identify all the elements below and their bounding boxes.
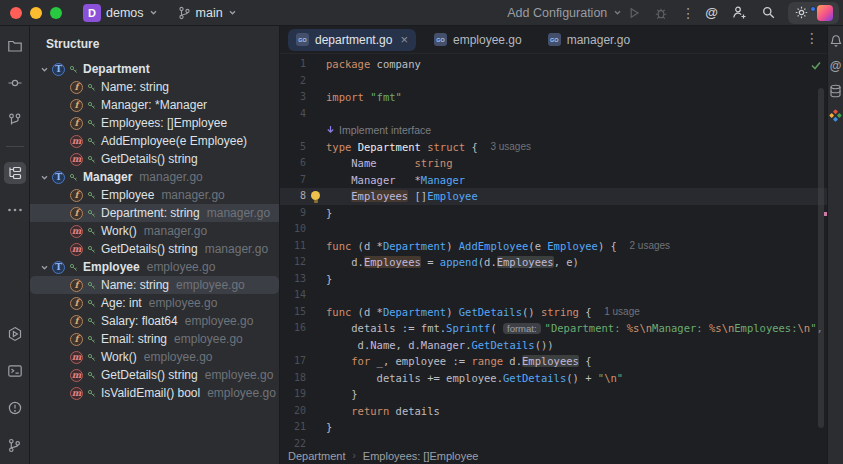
avatar[interactable] [817,5,833,21]
zoom-window-button[interactable] [50,7,62,19]
structure-item[interactable]: fDepartment: stringmanager.go [30,204,279,222]
breadcrumb-item[interactable]: Employees: []Employee [363,450,479,462]
file-suffix: manager.go [144,224,207,238]
project-name: demos [106,6,144,20]
project-selector[interactable]: D demos [78,2,163,24]
structure-item[interactable]: fName: stringemployee.go [30,276,279,294]
structure-tool-button[interactable] [4,162,26,184]
structure-item[interactable]: mWork()manager.go [30,222,279,240]
file-suffix: employee.go [207,386,276,400]
add-user-icon[interactable] [732,5,747,20]
structure-item[interactable]: fSalary: float64employee.go [30,312,279,330]
usages-hint[interactable]: 1 usage [604,303,640,321]
code-editor[interactable]: 1package company23import "fmt"4Implement… [280,54,827,447]
structure-item[interactable]: fName: string [30,78,279,96]
implement-interface-icon[interactable] [326,125,335,134]
branch-selector[interactable]: main [173,4,242,22]
code-line: 5type Department struct { 3 usages [280,139,827,156]
code-vision-hint[interactable]: Implement interface [339,124,431,136]
symbol-kind-icon: f [70,315,83,328]
code-line: 6 Name string [280,155,827,172]
file-suffix: employee.go [205,368,274,382]
code-line: 7 Manager *Manager [280,172,827,189]
terminal-tool-button[interactable] [4,360,26,382]
debug-button[interactable] [654,6,668,20]
exported-symbol-icon [69,65,78,74]
ai-assistant-icon[interactable]: @ [830,59,842,73]
go-file-icon: GO [434,33,447,46]
structure-item[interactable]: TDepartment [30,60,279,78]
ai-assistant-icon[interactable]: @ [705,5,718,20]
chevron-down-icon[interactable] [36,263,52,272]
file-suffix: employee.go [185,314,254,328]
symbol-kind-icon: m [70,225,83,238]
run-button[interactable] [627,6,641,20]
strip-divider [6,146,24,147]
notifications-bell-icon[interactable] [829,34,843,48]
file-suffix: employee.go [174,332,243,346]
structure-item[interactable]: fEmployeemanager.go [30,186,279,204]
code-line: 8 Employees []Employee [280,188,827,205]
run-configuration-selector[interactable]: Add Configuration [502,4,627,22]
structure-item[interactable]: fEmail: stringemployee.go [30,330,279,348]
problems-tool-button[interactable] [4,397,26,419]
database-icon[interactable] [829,84,842,98]
structure-item[interactable]: TManagermanager.go [30,168,279,186]
usages-hint[interactable]: 3 usages [490,138,531,156]
search-icon[interactable] [761,5,776,20]
structure-item[interactable]: fEmployees: []Employee [30,114,279,132]
code-line: 22 [280,436,827,448]
exported-symbol-icon [87,371,96,380]
symbol-kind-icon: m [70,387,83,400]
structure-item[interactable]: fAge: intemployee.go [30,294,279,312]
branch-name: main [196,6,223,20]
close-window-button[interactable] [10,7,22,19]
project-badge: D [83,4,101,22]
exported-symbol-icon [87,281,96,290]
minimize-window-button[interactable] [30,7,42,19]
run-configuration-label: Add Configuration [507,6,607,20]
breadcrumb-item[interactable]: Department [288,450,345,462]
commit-tool-button[interactable] [4,72,26,94]
kebab-menu-icon[interactable]: ⋮ [681,6,695,20]
structure-item[interactable]: mGetDetails() string [30,150,279,168]
tab-options-kebab-icon[interactable]: ⋮ [805,30,819,46]
file-suffix: manager.go [207,206,270,220]
inspections-ok-icon[interactable] [810,59,822,71]
usages-hint[interactable]: 2 usages [629,237,670,255]
commit-icon [7,75,23,91]
symbol-kind-icon: m [70,135,83,148]
file-suffix: manager.go [161,188,224,202]
more-tools-button[interactable] [4,199,26,221]
exported-symbol-icon [87,317,96,326]
file-suffix: manager.go [139,170,202,184]
settings-button[interactable] [794,5,809,20]
tab-employee.go[interactable]: GOemployee.go [426,29,530,51]
tab-manager.go[interactable]: GOmanager.go [540,29,638,51]
close-tab-icon[interactable]: × [400,32,408,47]
structure-item[interactable]: mWork()employee.go [30,348,279,366]
structure-item[interactable]: mGetDetails() stringmanager.go [30,240,279,258]
intention-bulb-icon[interactable] [311,191,320,200]
git-tool-button[interactable] [4,434,26,456]
project-tool-button[interactable] [4,35,26,57]
plugins-pinwheel-icon[interactable] [829,109,842,122]
run-tool-button[interactable] [4,323,26,345]
code-line: 10 [280,221,827,238]
symbol-kind-icon: m [70,243,83,256]
chevron-down-icon[interactable] [36,65,52,74]
file-suffix: employee.go [144,350,213,364]
chevron-down-icon[interactable] [36,173,52,182]
structure-item[interactable]: mGetDetails() stringemployee.go [30,366,279,384]
code-line: 11func (d *Department) AddEmployee(e Emp… [280,238,827,255]
tab-department.go[interactable]: GOdepartment.go× [288,29,416,51]
exported-symbol-icon [87,155,96,164]
structure-item[interactable]: mAddEmployee(e Employee) [30,132,279,150]
structure-item[interactable]: TEmployeeemployee.go [30,258,279,276]
structure-item[interactable]: mIsValidEmail() boolemployee.go [30,384,279,402]
vcs-graph-tool-button[interactable] [4,109,26,131]
editor-scrollbar[interactable] [818,88,824,428]
structure-item[interactable]: fManager: *Manager [30,96,279,114]
file-suffix: employee.go [176,278,245,292]
go-file-icon: GO [548,33,561,46]
